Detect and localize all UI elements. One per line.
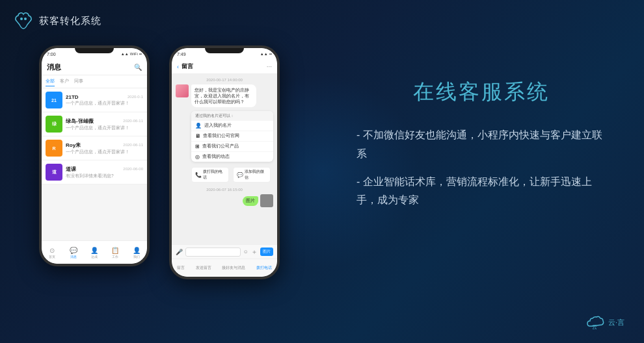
menu-item-4[interactable]: ◎ 查看我的动态 (191, 152, 273, 162)
menu-item-2[interactable]: 🖥 查看我们公司官网 (191, 131, 273, 142)
phone2-signal-icon: ▲▲ (260, 52, 268, 56)
toolbar-liuyan[interactable]: 留言 (177, 265, 185, 271)
menu-text-2: 查看我们公司官网 (203, 133, 239, 139)
toolbar-send[interactable]: 发送留言 (196, 265, 211, 271)
chat-avatar (176, 84, 189, 97)
emoji-icon[interactable]: ☺ (243, 249, 248, 255)
menu-card-header: 通过我的名片还可以： (191, 111, 273, 121)
navbar-work[interactable]: 📋 工作 (105, 247, 126, 259)
phone1-title: 消息 (47, 62, 61, 72)
back-button[interactable]: ‹ (177, 64, 179, 70)
phone1-screen: 7:00 ▲▲ WiFi ▪▪ 消息 🔍 全部 客户 同事 (42, 48, 147, 264)
header: 获客转化系统 (13, 10, 101, 31)
person-icon: 👤 (195, 123, 202, 129)
svg-point-1 (24, 18, 27, 20)
msg-time-4: 2020-06-00 (123, 167, 143, 171)
voice-icon[interactable]: 🎤 (176, 249, 183, 255)
feature-list: - 不加微信好友也能沟通，小程序内快速与客户建立联系 - 企业智能话术库，营销流… (351, 126, 611, 210)
app-title: 获客转化系统 (39, 15, 101, 27)
toolbar-contacts[interactable]: 接好友与消息 (222, 265, 245, 271)
tab-all[interactable]: 全部 (46, 77, 55, 86)
navbar-achieve[interactable]: 👤 达成 (84, 247, 105, 259)
msg-name-4: 道课 (66, 166, 76, 173)
feature-item-1: - 不加微信好友也能沟通，小程序内快速与客户建立联系 (351, 126, 611, 164)
call-label: 拨打我的电话 (203, 169, 225, 181)
phone2-screen: 7:49 ▲▲ ▪▪ ‹ 留言 ··· 2020-00-17 14:00:00 … (172, 48, 277, 277)
chat-bubble-received: 您好，我是宝创电产的庄静宜，欢迎进入我的名片，有什么我可以帮助您的吗？ (191, 84, 256, 107)
send-text: 图片 (246, 198, 255, 203)
wechat-button[interactable]: 💬 添加我的微信 (233, 167, 271, 183)
toolbar-call[interactable]: 拨打电话 (256, 265, 272, 271)
phone1-search-icon[interactable]: 🔍 (134, 64, 142, 71)
msg-preview-2: 一个产品信息，通点开晋家讲！ (66, 125, 143, 131)
phone1-header: 消息 🔍 (42, 60, 147, 75)
cloud-logo-icon: 云 (586, 314, 604, 330)
navbar-messages-label: 消息 (70, 255, 77, 259)
tab-colleague[interactable]: 同事 (74, 77, 83, 86)
navbar-me[interactable]: 👤 我们 (126, 247, 147, 259)
navbar-work-label: 工作 (112, 255, 118, 259)
phone1-statusbar-right: ▲▲ WiFi ▪▪ (121, 52, 142, 56)
msg-name-1: 21TD (66, 94, 79, 100)
avatar-1: 21 (46, 92, 62, 108)
message-item-4[interactable]: 道 道课 2020-06-00 有没有到详情来看消息? (42, 160, 147, 184)
menu-card: 通过我的名片还可以： 👤 进入我的名片 🖥 查看我们公司官网 ⊞ 查看我们公司产… (191, 111, 273, 162)
phone1-tabs: 全部 客户 同事 (42, 75, 147, 88)
menu-text-3: 查看我们公司产品 (202, 144, 239, 149)
home-icon: ⊙ (49, 247, 55, 254)
menu-item-1[interactable]: 👤 进入我的名片 (191, 121, 273, 131)
bottom-logo-text: 云·言 (608, 318, 624, 327)
phones-container: 7:00 ▲▲ WiFi ▪▪ 消息 🔍 全部 客户 同事 (39, 45, 280, 279)
phone2-toolbar: 留言 发送留言 接好友与消息 拨打电话 (172, 259, 277, 277)
msg-content-3: Roy来 2020-06-11 一个产品信息，通点开晋家讲！ (66, 142, 143, 155)
photo-button[interactable]: 图片 (260, 248, 273, 256)
chat-area: 2020-00-17 14:00:00 您好，我是宝创电产的庄静宜，欢迎进入我的… (172, 74, 277, 213)
msg-content-1: 21TD 2020-0-1 一个产品信息，通点开晋家讲！ (66, 94, 143, 107)
sent-bubble: 图片 (243, 196, 258, 206)
product-icon: ⊞ (195, 144, 200, 149)
add-attachment-icon[interactable]: ＋ (251, 248, 258, 257)
msg-time-3: 2020-06-11 (123, 143, 143, 147)
tab-customer[interactable]: 客户 (60, 77, 69, 86)
phone1-navbar: ⊙ 首页 💬 消息 👤 达成 📋 工作 👤 我们 (42, 240, 147, 264)
navbar-me-label: 我们 (133, 255, 140, 259)
phone2-input-row: 🎤 ☺ ＋ 图片 (172, 244, 277, 259)
dynamic-icon: ◎ (195, 154, 200, 160)
call-button[interactable]: 📞 拨打我的电话 (191, 167, 229, 183)
phone1-time: 7:00 (47, 52, 56, 57)
message-item-2[interactable]: 绿 绿岛-张岫薇 2020-06-11 一个产品信息，通点开晋家讲！ (42, 112, 147, 136)
chat-sent: 图片 (176, 194, 273, 207)
more-options-button[interactable]: ··· (267, 63, 272, 70)
computer-icon: 🖥 (195, 133, 200, 139)
message-item-3[interactable]: R Roy来 2020-06-11 一个产品信息，通点开晋家讲！ (42, 136, 147, 160)
msg-time-1: 2020-0-1 (127, 95, 143, 99)
avatar-4: 道 (46, 164, 62, 181)
me-icon: 👤 (133, 247, 141, 254)
navbar-home-label: 首页 (49, 255, 55, 259)
bottom-logo: 云 云·言 (586, 314, 624, 330)
phone2-battery-icon: ▪▪ (269, 52, 272, 56)
chat-date: 2020-00-17 14:00:00 (176, 78, 273, 82)
menu-item-3[interactable]: ⊞ 查看我们公司产品 (191, 142, 273, 152)
navbar-home[interactable]: ⊙ 首页 (42, 247, 62, 259)
work-icon: 📋 (111, 247, 119, 254)
phone2-frame: 7:49 ▲▲ ▪▪ ‹ 留言 ··· 2020-00-17 14:00:00 … (169, 45, 280, 279)
messages-icon: 💬 (70, 247, 77, 254)
phone2-statusbar: 7:49 ▲▲ ▪▪ (172, 48, 277, 60)
battery-icon: ▪▪ (139, 52, 142, 56)
menu-text-4: 查看我的动态 (202, 154, 230, 160)
navbar-achieve-label: 达成 (91, 255, 98, 259)
message-list: 21 21TD 2020-0-1 一个产品信息，通点开晋家讲！ 绿 (42, 88, 147, 184)
navbar-messages[interactable]: 💬 消息 (62, 247, 83, 259)
msg-name-3: Roy来 (66, 142, 81, 149)
wechat-icon: 💬 (237, 172, 243, 178)
phone2-time: 7:49 (177, 52, 186, 57)
action-buttons: 📞 拨打我的电话 💬 添加我的微信 (176, 164, 273, 185)
contact-name: 留言 (181, 62, 264, 71)
feature-item-2: - 企业智能话术库，营销流程标准化，让新手迅速上手，成为专家 (351, 173, 611, 210)
chat-date-2: 2020-06-07 16:15:00 (176, 188, 273, 192)
chat-input[interactable] (185, 248, 241, 257)
phone2-header: ‹ 留言 ··· (172, 60, 277, 74)
logo-icon (13, 10, 34, 31)
message-item-1[interactable]: 21 21TD 2020-0-1 一个产品信息，通点开晋家讲！ (42, 88, 147, 112)
